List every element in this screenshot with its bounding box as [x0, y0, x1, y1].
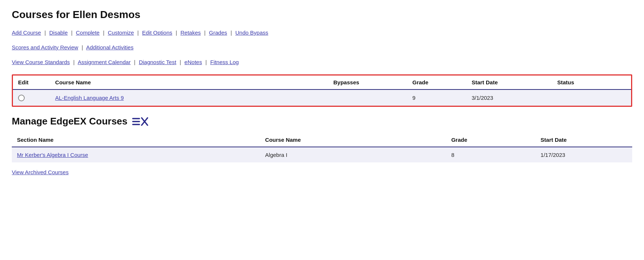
- course-name-cell: AL-English Language Arts 9: [50, 89, 328, 106]
- col-header-start-date: Start Date: [467, 75, 552, 89]
- enotes-link[interactable]: eNotes: [184, 59, 202, 65]
- radio-button[interactable]: [18, 95, 25, 101]
- view-archived-courses-link[interactable]: View Archived Courses: [12, 169, 69, 175]
- edgeex-logo-icon: [132, 116, 148, 127]
- additional-activities-link[interactable]: Additional Activities: [86, 44, 134, 50]
- col-header-section-name: Section Name: [12, 133, 260, 147]
- sep1: |: [44, 29, 46, 36]
- disable-link[interactable]: Disable: [49, 29, 67, 36]
- manage-table-row: Mr Kerber's Algebra I Course Algebra I 8…: [12, 147, 632, 162]
- manage-grade-cell: 8: [446, 147, 535, 162]
- sep2: |: [71, 29, 73, 36]
- undo-bypass-link[interactable]: Undo Bypass: [235, 29, 268, 36]
- manage-edgeex-title-text: Manage EdgeEX Courses: [12, 116, 128, 127]
- sep3: |: [103, 29, 104, 36]
- col-header-status: Status: [552, 75, 631, 89]
- col-header-edit: Edit: [13, 75, 50, 89]
- grades-link[interactable]: Grades: [209, 29, 227, 36]
- section-name-link[interactable]: Mr Kerber's Algebra I Course: [17, 152, 88, 158]
- view-archived-section: View Archived Courses: [12, 169, 632, 175]
- complete-link[interactable]: Complete: [76, 29, 100, 36]
- edit-radio-cell[interactable]: [13, 89, 50, 106]
- sep5: |: [176, 29, 177, 36]
- sep11: |: [180, 59, 181, 65]
- table-row: AL-English Language Arts 9 9 3/1/2023: [13, 89, 631, 106]
- diagnostic-test-link[interactable]: Diagnostic Test: [139, 59, 176, 65]
- sep10: |: [134, 59, 135, 65]
- col-header-manage-start-date: Start Date: [536, 133, 632, 147]
- manage-course-name-cell: Algebra I: [260, 147, 446, 162]
- grade-cell: 9: [407, 89, 467, 106]
- section-name-cell: Mr Kerber's Algebra I Course: [12, 147, 260, 162]
- col-header-course-name: Course Name: [50, 75, 328, 89]
- sep9: |: [73, 59, 75, 65]
- action-row-2: Scores and Activity Review | Additional …: [12, 42, 632, 53]
- bypasses-cell: [328, 89, 407, 106]
- col-header-manage-course-name: Course Name: [260, 133, 446, 147]
- sep8: |: [82, 44, 83, 50]
- scores-activity-link[interactable]: Scores and Activity Review: [12, 44, 78, 50]
- start-date-cell: 3/1/2023: [467, 89, 552, 106]
- col-header-bypasses: Bypasses: [328, 75, 407, 89]
- col-header-grade: Grade: [407, 75, 467, 89]
- fitness-log-link[interactable]: Fitness Log: [210, 59, 239, 65]
- sep6: |: [204, 29, 205, 36]
- action-row-1: Add Course | Disable | Complete | Custom…: [12, 27, 632, 38]
- courses-table: Edit Course Name Bypasses Grade Start Da…: [13, 75, 631, 106]
- customize-link[interactable]: Customize: [108, 29, 134, 36]
- manage-edgeex-title: Manage EdgeEX Courses: [12, 116, 632, 127]
- assignment-calendar-link[interactable]: Assignment Calendar: [78, 59, 131, 65]
- manage-start-date-cell: 1/17/2023: [536, 147, 632, 162]
- page-title: Courses for Ellen Desmos: [12, 9, 632, 21]
- action-row-3: View Course Standards | Assignment Calen…: [12, 57, 632, 68]
- sep12: |: [205, 59, 207, 65]
- retakes-link[interactable]: Retakes: [180, 29, 201, 36]
- manage-edgeex-table: Section Name Course Name Grade Start Dat…: [12, 133, 632, 162]
- view-course-standards-link[interactable]: View Course Standards: [12, 59, 70, 65]
- add-course-link[interactable]: Add Course: [12, 29, 41, 36]
- sep4: |: [137, 29, 139, 36]
- courses-table-section: Edit Course Name Bypasses Grade Start Da…: [12, 74, 632, 107]
- course-name-link[interactable]: AL-English Language Arts 9: [55, 95, 124, 101]
- sep7: |: [231, 29, 232, 36]
- edit-options-link[interactable]: Edit Options: [142, 29, 172, 36]
- col-header-manage-grade: Grade: [446, 133, 535, 147]
- status-cell: [552, 89, 631, 106]
